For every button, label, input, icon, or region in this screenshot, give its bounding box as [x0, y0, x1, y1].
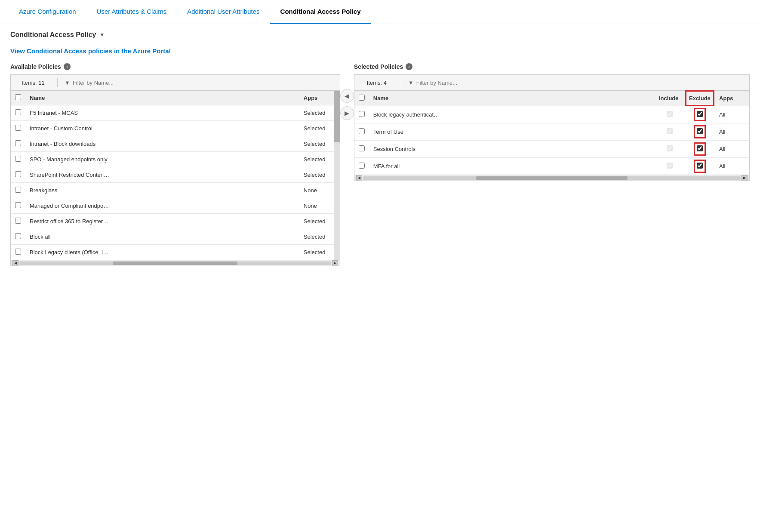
available-policies-info-icon[interactable]: i — [64, 63, 71, 70]
selected-scroll-left-btn[interactable]: ◀ — [356, 175, 362, 181]
nav-tab-user-attrs[interactable]: User Attributes & Claims — [86, 0, 177, 24]
available-row-name: Breakglass — [25, 183, 299, 198]
selected-row-include — [655, 158, 685, 175]
available-row-checkbox-7[interactable] — [15, 218, 21, 224]
azure-portal-link[interactable]: View Conditional Access policies in the … — [10, 47, 171, 55]
selected-row-include-cb-0[interactable] — [667, 111, 673, 117]
selected-row-name: MFA for all — [369, 158, 655, 175]
selected-policies-title: Selected Policies i — [354, 63, 750, 70]
page-header: Conditional Access Policy ▼ — [10, 31, 750, 39]
available-row: Intranet - Block downloads Selected — [11, 136, 334, 152]
available-row-checkbox-cell — [11, 136, 25, 152]
nav-tab-azure-config[interactable]: Azure Configuration — [9, 0, 86, 24]
available-row-checkbox-9[interactable] — [15, 249, 21, 255]
selected-row: MFA for all All — [354, 158, 749, 175]
available-row-checkbox-6[interactable] — [15, 202, 21, 208]
available-row-checkbox-8[interactable] — [15, 233, 21, 239]
selected-header-apps-col: Apps — [715, 91, 749, 106]
selected-scroll-thumb-h — [476, 176, 627, 180]
top-navigation: Azure ConfigurationUser Attributes & Cla… — [0, 0, 760, 24]
selected-scroll-track — [363, 176, 741, 180]
selected-row-exclude — [685, 123, 715, 141]
selected-horizontal-scrollbar[interactable]: ◀ ▶ — [354, 175, 749, 181]
selected-row-include-cb-1[interactable] — [667, 128, 673, 134]
selected-row-include — [655, 123, 685, 141]
available-row: SharePoint Restricted Conten… Selected — [11, 167, 334, 183]
selected-filter-icon: ▼ — [408, 80, 414, 86]
available-row-checkbox-2[interactable] — [15, 140, 21, 146]
available-policies-table-wrapper: Items: 11 ▼ Name — [10, 74, 340, 266]
available-row: Block all Selected — [11, 229, 334, 245]
selected-toolbar-divider — [401, 78, 401, 87]
nav-tab-additional-attrs[interactable]: Additional User Attributes — [177, 0, 270, 24]
selected-policies-panel: Selected Policies i Items: 4 ▼ — [354, 63, 750, 181]
available-row-checkbox-5[interactable] — [15, 187, 21, 193]
selected-row-apps: All — [715, 158, 749, 175]
available-row-apps: Selected — [299, 214, 334, 229]
available-table-scroll: Name Apps F5 Intranet - MCAS Selected In… — [11, 91, 340, 260]
available-row-name: Restrict office 365 to Register… — [25, 214, 299, 229]
available-row: Block Legacy clients (Office, I… Selecte… — [11, 245, 334, 260]
selected-policies-toolbar: Items: 4 ▼ — [354, 75, 749, 91]
available-filter-icon: ▼ — [65, 80, 70, 86]
selected-row-checkbox-2[interactable] — [359, 145, 365, 151]
selected-header-checkbox-col — [354, 91, 369, 106]
page-title: Conditional Access Policy — [10, 31, 96, 39]
selected-row-checkbox-0[interactable] — [359, 111, 365, 117]
available-row-checkbox-4[interactable] — [15, 171, 21, 177]
selected-row: Block legacy authenticat… All — [354, 106, 749, 123]
selected-row-name: Session Controls — [369, 141, 655, 158]
available-filter-container: ▼ — [65, 80, 335, 86]
nav-tab-conditional-access[interactable]: Conditional Access Policy — [270, 0, 371, 24]
selected-row-include-cb-3[interactable] — [667, 163, 673, 169]
selected-row-include — [655, 106, 685, 123]
selected-filter-input[interactable] — [416, 80, 744, 86]
available-row-checkbox-3[interactable] — [15, 156, 21, 162]
selected-row-exclude-cb-1[interactable] — [697, 128, 703, 134]
selected-row-apps: All — [715, 123, 749, 141]
selected-row-include-cb-2[interactable] — [667, 145, 673, 151]
selected-scroll-right-btn[interactable]: ▶ — [742, 175, 748, 181]
available-row-name: SPO - Managed endpoints only — [25, 152, 299, 167]
selected-policies-table-wrapper: Items: 4 ▼ Name Include Ex — [354, 74, 750, 181]
selected-row-apps: All — [715, 106, 749, 123]
selected-row: Term of Use All — [354, 123, 749, 141]
move-right-btn[interactable]: ▶ — [340, 106, 354, 120]
select-all-selected[interactable] — [359, 95, 365, 101]
available-row-name: F5 Intranet - MCAS — [25, 105, 299, 121]
selected-row-exclude-cb-0[interactable] — [697, 111, 703, 117]
available-row-name: Managed or Compliant endpo… — [25, 198, 299, 214]
selected-items-count: Items: 4 — [360, 80, 394, 86]
page-content: Conditional Access Policy ▼ View Conditi… — [0, 24, 760, 273]
transfer-arrows: ◀ ▶ — [340, 63, 354, 120]
available-row-checkbox-cell — [11, 152, 25, 167]
available-filter-input[interactable] — [73, 80, 335, 86]
move-left-btn[interactable]: ◀ — [340, 89, 354, 103]
available-row-checkbox-0[interactable] — [15, 109, 21, 115]
selected-row-apps: All — [715, 141, 749, 158]
available-horizontal-scrollbar[interactable]: ◀ ▶ — [11, 260, 340, 266]
available-header-checkbox-col — [11, 91, 25, 105]
available-vertical-scrollbar[interactable] — [334, 91, 340, 260]
available-row-apps: Selected — [299, 136, 334, 152]
available-row-name: Intranet - Block downloads — [25, 136, 299, 152]
available-scroll-left-btn[interactable]: ◀ — [12, 260, 18, 266]
selected-row-exclude-cb-2[interactable] — [697, 145, 703, 151]
available-scroll-right-btn[interactable]: ▶ — [332, 260, 338, 266]
dropdown-arrow-icon[interactable]: ▼ — [99, 32, 105, 38]
selected-header-exclude-col: Exclude — [685, 91, 715, 106]
selected-policies-info-icon[interactable]: i — [406, 63, 412, 70]
available-row: Breakglass None — [11, 183, 334, 198]
available-policies-toolbar: Items: 11 ▼ — [11, 75, 340, 91]
available-row-apps: None — [299, 183, 334, 198]
selected-row-exclude-cb-3[interactable] — [697, 163, 703, 169]
available-row: Intranet - Custom Control Selected — [11, 121, 334, 136]
available-row-checkbox-1[interactable] — [15, 125, 21, 131]
selected-policies-table: Name Include Exclude Apps Block legacy a… — [354, 91, 749, 175]
available-table-header-row: Name Apps — [11, 91, 334, 105]
available-header-apps-col: Apps — [299, 91, 334, 105]
selected-row-checkbox-1[interactable] — [359, 128, 365, 134]
select-all-available[interactable] — [15, 94, 21, 100]
selected-row-checkbox-3[interactable] — [359, 163, 365, 169]
available-row-apps: Selected — [299, 229, 334, 245]
